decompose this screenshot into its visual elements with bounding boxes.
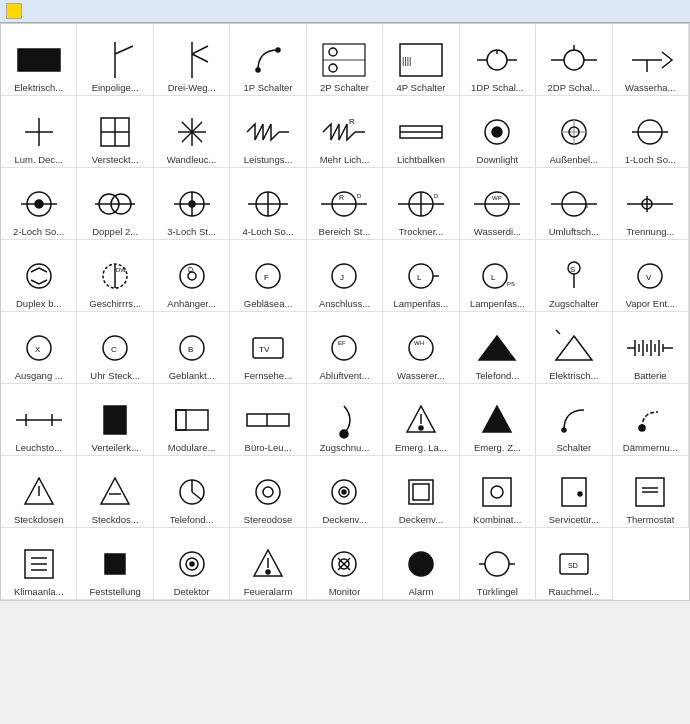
symbol-icon: LPS: [474, 256, 520, 296]
symbol-icon: J: [321, 256, 367, 296]
grid-cell-2[interactable]: Drei-Weg...: [154, 24, 230, 96]
svg-point-153: [491, 486, 503, 498]
grid-cell-49[interactable]: Zugschnu...: [307, 384, 383, 456]
grid-cell-20[interactable]: 3-Loch St...: [154, 168, 230, 240]
grid-cell-47[interactable]: Modulare...: [154, 384, 230, 456]
grid-cell-61[interactable]: Servicetür...: [536, 456, 612, 528]
grid-cell-62[interactable]: Thermostat: [613, 456, 689, 528]
grid-cell-6[interactable]: 1DP Schal...: [460, 24, 536, 96]
grid-cell-29[interactable]: DAnhänger...: [154, 240, 230, 312]
symbol-icon: [551, 112, 597, 152]
symbol-label: Steckdos...: [92, 514, 139, 525]
grid-cell-51[interactable]: Emerg. Z...: [460, 384, 536, 456]
grid-cell-37[interactable]: CUhr Steck...: [77, 312, 153, 384]
symbol-label: 1DP Schal...: [471, 82, 524, 93]
symbol-icon: [627, 40, 673, 80]
grid-cell-33[interactable]: LPSLampenfas...: [460, 240, 536, 312]
grid-cell-39[interactable]: TVFernsehe...: [230, 312, 306, 384]
grid-cell-67[interactable]: Monitor: [307, 528, 383, 600]
grid-cell-65[interactable]: Detektor: [154, 528, 230, 600]
grid-cell-41[interactable]: WHWasserer...: [383, 312, 459, 384]
svg-line-112: [556, 330, 560, 334]
grid-cell-18[interactable]: 2-Loch So...: [1, 168, 77, 240]
grid-cell-0[interactable]: Elektrisch...: [1, 24, 77, 96]
grid-cell-42[interactable]: Telefond...: [460, 312, 536, 384]
grid-cell-64[interactable]: Feststellung: [77, 528, 153, 600]
grid-cell-69[interactable]: Türklingel: [460, 528, 536, 600]
grid-cell-21[interactable]: 4-Loch So...: [230, 168, 306, 240]
grid-cell-45[interactable]: Leuchsto...: [1, 384, 77, 456]
grid-cell-59[interactable]: Deckenv...: [383, 456, 459, 528]
grid-cell-70[interactable]: SDRauchmel...: [536, 528, 612, 600]
symbol-label: Verteilerk...: [91, 442, 139, 453]
grid-cell-27[interactable]: Duplex b...: [1, 240, 77, 312]
svg-rect-128: [176, 410, 186, 430]
symbol-icon: [92, 400, 138, 440]
grid-cell-5[interactable]: ||||4P Schalter: [383, 24, 459, 96]
grid-cell-13[interactable]: RMehr Lich...: [307, 96, 383, 168]
grid-cell-28[interactable]: DWGeschirrrs...: [77, 240, 153, 312]
grid-cell-55[interactable]: Steckdos...: [77, 456, 153, 528]
grid-cell-68[interactable]: Alarm: [383, 528, 459, 600]
grid-cell-9[interactable]: Lum. Dec...: [1, 96, 77, 168]
grid-cell-25[interactable]: sUmluftsch...: [536, 168, 612, 240]
symbol-icon: [398, 472, 444, 512]
grid-cell-57[interactable]: Stereodose: [230, 456, 306, 528]
grid-cell-54[interactable]: Steckdosen: [1, 456, 77, 528]
grid-cell-4[interactable]: 2P Schalter: [307, 24, 383, 96]
grid-cell-12[interactable]: Leistungs...: [230, 96, 306, 168]
grid-cell-36[interactable]: XAusgang ...: [1, 312, 77, 384]
symbol-icon: EF: [321, 328, 367, 368]
grid-cell-44[interactable]: Batterie: [613, 312, 689, 384]
svg-text:WH: WH: [414, 340, 424, 346]
symbol-label: Elektrisch...: [14, 82, 63, 93]
symbol-label: Duplex b...: [16, 298, 61, 309]
grid-cell-48[interactable]: Büro-Leu...: [230, 384, 306, 456]
symbol-label: Elektrisch...: [549, 370, 598, 381]
grid-cell-58[interactable]: Deckenv...: [307, 456, 383, 528]
symbol-icon: [169, 112, 215, 152]
grid-cell-16[interactable]: Außenbel...: [536, 96, 612, 168]
grid-cell-23[interactable]: DTrockner...: [383, 168, 459, 240]
svg-text:D: D: [434, 193, 439, 199]
symbol-icon: s: [551, 184, 597, 224]
grid-cell-52[interactable]: Schalter: [536, 384, 612, 456]
grid-cell-10[interactable]: Versteckt...: [77, 96, 153, 168]
grid-cell-24[interactable]: WPWasserdi...: [460, 168, 536, 240]
svg-point-166: [190, 562, 194, 566]
symbol-label: Leuchsto...: [15, 442, 61, 453]
grid-cell-17[interactable]: 1-Loch So...: [613, 96, 689, 168]
grid-cell-32[interactable]: LLampenfas...: [383, 240, 459, 312]
grid-cell-31[interactable]: JAnschluss...: [307, 240, 383, 312]
symbol-icon: [92, 40, 138, 80]
grid-cell-63[interactable]: Klimaanla...: [1, 528, 77, 600]
grid-cell-22[interactable]: RDBereich St...: [307, 168, 383, 240]
grid-cell-66[interactable]: Feueralarm: [230, 528, 306, 600]
symbol-label: Klimaanla...: [14, 586, 64, 597]
grid-cell-56[interactable]: Telefond...: [154, 456, 230, 528]
symbol-label: Telefond...: [475, 370, 519, 381]
grid-cell-35[interactable]: VVapor Ent...: [613, 240, 689, 312]
symbol-icon: [321, 40, 367, 80]
grid-cell-43[interactable]: Elektrisch...: [536, 312, 612, 384]
grid-cell-40[interactable]: EFAbluftvent...: [307, 312, 383, 384]
grid-cell-53[interactable]: Dämmernu...: [613, 384, 689, 456]
grid-cell-60[interactable]: Kombinat...: [460, 456, 536, 528]
grid-cell-8[interactable]: Wasserha...: [613, 24, 689, 96]
grid-cell-3[interactable]: 1P Schalter: [230, 24, 306, 96]
grid-cell-26[interactable]: Trennung...: [613, 168, 689, 240]
grid-cell-15[interactable]: Downlight: [460, 96, 536, 168]
svg-rect-151: [413, 484, 429, 500]
grid-cell-1[interactable]: Einpolige...: [77, 24, 153, 96]
grid-cell-30[interactable]: FGebläsea...: [230, 240, 306, 312]
symbol-icon: [245, 112, 291, 152]
grid-cell-38[interactable]: BGeblankt...: [154, 312, 230, 384]
grid-cell-46[interactable]: Verteilerk...: [77, 384, 153, 456]
grid-cell-7[interactable]: 2DP Schal...: [536, 24, 612, 96]
app-icon: [6, 3, 22, 19]
grid-cell-34[interactable]: SZugschalter: [536, 240, 612, 312]
grid-cell-50[interactable]: Emerg. La...: [383, 384, 459, 456]
grid-cell-14[interactable]: Lichtbalken: [383, 96, 459, 168]
grid-cell-11[interactable]: Wandleuc...: [154, 96, 230, 168]
grid-cell-19[interactable]: Doppel 2...: [77, 168, 153, 240]
